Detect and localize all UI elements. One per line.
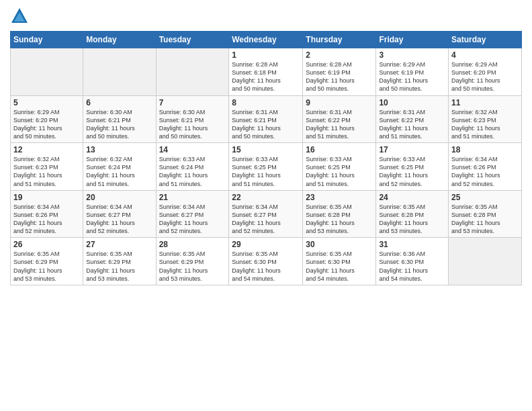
calendar-cell: 16Sunrise: 6:33 AM Sunset: 6:25 PM Dayli… <box>303 143 376 191</box>
logo <box>10 7 32 26</box>
calendar-cell: 14Sunrise: 6:33 AM Sunset: 6:24 PM Dayli… <box>156 143 229 191</box>
calendar-cell: 7Sunrise: 6:30 AM Sunset: 6:21 PM Daylig… <box>156 95 229 143</box>
day-info: Sunrise: 6:30 AM Sunset: 6:21 PM Dayligh… <box>159 108 226 141</box>
calendar-page: SundayMondayTuesdayWednesdayThursdayFrid… <box>0 0 532 411</box>
day-number: 13 <box>86 145 152 154</box>
day-number: 2 <box>306 50 373 60</box>
calendar-cell: 13Sunrise: 6:32 AM Sunset: 6:24 PM Dayli… <box>83 143 156 191</box>
day-number: 23 <box>306 193 373 202</box>
calendar-cell: 12Sunrise: 6:32 AM Sunset: 6:23 PM Dayli… <box>11 143 83 191</box>
day-info: Sunrise: 6:34 AM Sunset: 6:26 PM Dayligh… <box>451 155 519 188</box>
calendar-cell: 21Sunrise: 6:34 AM Sunset: 6:27 PM Dayli… <box>156 190 229 238</box>
day-info: Sunrise: 6:32 AM Sunset: 6:23 PM Dayligh… <box>451 108 519 141</box>
day-info: Sunrise: 6:30 AM Sunset: 6:21 PM Dayligh… <box>86 108 152 141</box>
day-number: 17 <box>379 145 445 154</box>
day-number: 18 <box>451 145 519 154</box>
day-info: Sunrise: 6:35 AM Sunset: 6:30 PM Dayligh… <box>306 250 373 283</box>
calendar-cell: 3Sunrise: 6:29 AM Sunset: 6:19 PM Daylig… <box>376 48 449 96</box>
day-info: Sunrise: 6:35 AM Sunset: 6:28 PM Dayligh… <box>306 203 373 236</box>
calendar-cell: 24Sunrise: 6:35 AM Sunset: 6:28 PM Dayli… <box>376 190 449 238</box>
day-number: 24 <box>379 193 445 202</box>
logo-icon <box>10 7 29 26</box>
calendar-cell: 2Sunrise: 6:28 AM Sunset: 6:19 PM Daylig… <box>303 48 376 96</box>
day-info: Sunrise: 6:33 AM Sunset: 6:25 PM Dayligh… <box>379 155 445 188</box>
day-info: Sunrise: 6:31 AM Sunset: 6:21 PM Dayligh… <box>232 108 300 141</box>
calendar-cell: 23Sunrise: 6:35 AM Sunset: 6:28 PM Dayli… <box>303 190 376 238</box>
calendar-cell: 1Sunrise: 6:28 AM Sunset: 6:18 PM Daylig… <box>229 48 303 96</box>
day-number: 30 <box>306 240 373 249</box>
day-info: Sunrise: 6:32 AM Sunset: 6:23 PM Dayligh… <box>13 155 80 188</box>
calendar-cell: 20Sunrise: 6:34 AM Sunset: 6:27 PM Dayli… <box>83 190 156 238</box>
day-info: Sunrise: 6:34 AM Sunset: 6:27 PM Dayligh… <box>159 203 226 236</box>
calendar-cell: 9Sunrise: 6:31 AM Sunset: 6:22 PM Daylig… <box>303 95 376 143</box>
day-info: Sunrise: 6:28 AM Sunset: 6:18 PM Dayligh… <box>232 60 300 93</box>
day-number: 31 <box>379 240 445 249</box>
day-number: 3 <box>379 50 445 60</box>
calendar-cell <box>156 48 229 96</box>
calendar-week-1: 1Sunrise: 6:28 AM Sunset: 6:18 PM Daylig… <box>11 48 522 96</box>
calendar-cell: 11Sunrise: 6:32 AM Sunset: 6:23 PM Dayli… <box>449 95 522 143</box>
day-number: 19 <box>13 193 80 202</box>
weekday-header-wednesday: Wednesday <box>229 32 303 48</box>
day-number: 7 <box>159 98 226 107</box>
day-number: 6 <box>86 98 152 107</box>
day-number: 14 <box>159 145 226 154</box>
day-info: Sunrise: 6:35 AM Sunset: 6:28 PM Dayligh… <box>379 203 445 236</box>
day-number: 29 <box>232 240 300 249</box>
day-number: 4 <box>451 50 519 60</box>
day-number: 25 <box>451 193 519 202</box>
calendar-cell: 10Sunrise: 6:31 AM Sunset: 6:22 PM Dayli… <box>376 95 449 143</box>
calendar-week-2: 5Sunrise: 6:29 AM Sunset: 6:20 PM Daylig… <box>11 95 522 143</box>
calendar-cell: 6Sunrise: 6:30 AM Sunset: 6:21 PM Daylig… <box>83 95 156 143</box>
day-info: Sunrise: 6:33 AM Sunset: 6:25 PM Dayligh… <box>306 155 373 188</box>
day-number: 9 <box>306 98 373 107</box>
calendar-cell: 15Sunrise: 6:33 AM Sunset: 6:25 PM Dayli… <box>229 143 303 191</box>
calendar-cell: 22Sunrise: 6:34 AM Sunset: 6:27 PM Dayli… <box>229 190 303 238</box>
calendar-cell: 27Sunrise: 6:35 AM Sunset: 6:29 PM Dayli… <box>83 238 156 285</box>
calendar-cell: 25Sunrise: 6:35 AM Sunset: 6:28 PM Dayli… <box>449 190 522 238</box>
day-info: Sunrise: 6:33 AM Sunset: 6:25 PM Dayligh… <box>232 155 300 188</box>
calendar-cell: 28Sunrise: 6:35 AM Sunset: 6:29 PM Dayli… <box>156 238 229 285</box>
weekday-header-saturday: Saturday <box>449 32 522 48</box>
weekday-header-sunday: Sunday <box>11 32 83 48</box>
calendar-cell: 26Sunrise: 6:35 AM Sunset: 6:29 PM Dayli… <box>11 238 83 285</box>
day-info: Sunrise: 6:28 AM Sunset: 6:19 PM Dayligh… <box>306 60 373 93</box>
weekday-header-tuesday: Tuesday <box>156 32 229 48</box>
calendar-cell: 29Sunrise: 6:35 AM Sunset: 6:30 PM Dayli… <box>229 238 303 285</box>
day-number: 1 <box>232 50 300 60</box>
day-number: 26 <box>13 240 80 249</box>
day-info: Sunrise: 6:35 AM Sunset: 6:30 PM Dayligh… <box>232 250 300 283</box>
calendar-cell <box>83 48 156 96</box>
day-info: Sunrise: 6:35 AM Sunset: 6:29 PM Dayligh… <box>13 250 80 283</box>
calendar-cell <box>11 48 83 96</box>
day-info: Sunrise: 6:31 AM Sunset: 6:22 PM Dayligh… <box>306 108 373 141</box>
day-number: 5 <box>13 98 80 107</box>
weekday-header-friday: Friday <box>376 32 449 48</box>
day-number: 12 <box>13 145 80 154</box>
calendar-cell: 30Sunrise: 6:35 AM Sunset: 6:30 PM Dayli… <box>303 238 376 285</box>
calendar-table: SundayMondayTuesdayWednesdayThursdayFrid… <box>10 31 522 285</box>
calendar-cell: 31Sunrise: 6:36 AM Sunset: 6:30 PM Dayli… <box>376 238 449 285</box>
calendar-cell: 5Sunrise: 6:29 AM Sunset: 6:20 PM Daylig… <box>11 95 83 143</box>
day-info: Sunrise: 6:34 AM Sunset: 6:27 PM Dayligh… <box>86 203 152 236</box>
day-number: 8 <box>232 98 300 107</box>
weekday-header-row: SundayMondayTuesdayWednesdayThursdayFrid… <box>11 32 522 48</box>
day-number: 11 <box>451 98 519 107</box>
day-number: 22 <box>232 193 300 202</box>
day-number: 27 <box>86 240 152 249</box>
day-number: 20 <box>86 193 152 202</box>
day-info: Sunrise: 6:29 AM Sunset: 6:19 PM Dayligh… <box>379 60 445 93</box>
day-info: Sunrise: 6:35 AM Sunset: 6:29 PM Dayligh… <box>159 250 226 283</box>
calendar-cell: 8Sunrise: 6:31 AM Sunset: 6:21 PM Daylig… <box>229 95 303 143</box>
day-info: Sunrise: 6:31 AM Sunset: 6:22 PM Dayligh… <box>379 108 445 141</box>
calendar-week-5: 26Sunrise: 6:35 AM Sunset: 6:29 PM Dayli… <box>11 238 522 285</box>
weekday-header-thursday: Thursday <box>303 32 376 48</box>
day-number: 10 <box>379 98 445 107</box>
day-info: Sunrise: 6:34 AM Sunset: 6:27 PM Dayligh… <box>232 203 300 236</box>
day-number: 28 <box>159 240 226 249</box>
calendar-cell: 19Sunrise: 6:34 AM Sunset: 6:26 PM Dayli… <box>11 190 83 238</box>
weekday-header-monday: Monday <box>83 32 156 48</box>
day-info: Sunrise: 6:33 AM Sunset: 6:24 PM Dayligh… <box>159 155 226 188</box>
calendar-cell: 18Sunrise: 6:34 AM Sunset: 6:26 PM Dayli… <box>449 143 522 191</box>
day-info: Sunrise: 6:34 AM Sunset: 6:26 PM Dayligh… <box>13 203 80 236</box>
